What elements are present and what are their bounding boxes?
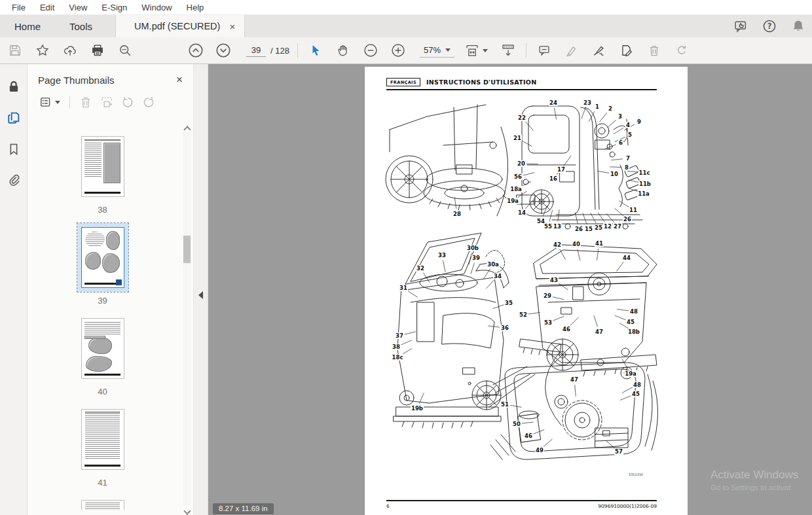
rotate-cw-icon[interactable] [142, 96, 155, 109]
tab-close-icon[interactable]: × [229, 21, 235, 32]
delete-button[interactable] [643, 40, 665, 61]
panel-scrollbar-thumb[interactable] [183, 236, 191, 263]
callout-label: 9 [637, 118, 642, 125]
bell-icon[interactable] [791, 19, 805, 33]
menu-item[interactable]: Edit [33, 3, 62, 12]
callout-label: 19b [411, 405, 424, 412]
callout-label: 11a [637, 190, 650, 197]
callout-label: 13 [553, 223, 562, 230]
next-page-button[interactable] [212, 40, 234, 61]
collapse-panel-icon[interactable] [198, 291, 203, 299]
callout-label: 49 [535, 447, 544, 453]
navigation-rail [0, 64, 28, 515]
tab-document-label: UM.pdf (SECURED) [134, 21, 220, 31]
thumbnail-frame [77, 405, 128, 474]
star-button[interactable] [31, 40, 54, 61]
fill-sign-button[interactable] [616, 40, 638, 61]
thumbnail[interactable]: 40 [77, 314, 128, 397]
thumbnail[interactable]: 41 [77, 405, 128, 488]
scroll-mode-button[interactable] [497, 40, 519, 61]
zoom-out-button[interactable] [360, 40, 382, 61]
menu-item[interactable]: E-Sign [94, 3, 134, 12]
callout-label: 8 [624, 164, 629, 171]
thumbnail-page[interactable] [81, 500, 124, 510]
menu-item[interactable]: Window [134, 3, 179, 12]
zoom-in-button[interactable] [387, 40, 409, 61]
tab-home[interactable]: Home [0, 15, 55, 37]
menu-item[interactable]: File [5, 3, 33, 12]
highlight-button[interactable] [561, 40, 583, 61]
lock-icon[interactable] [6, 79, 22, 94]
callout-label: 19a [506, 198, 519, 204]
panel-title: Page Thumbnails [38, 75, 114, 86]
thumbnail-page[interactable] [81, 136, 124, 197]
sign-button[interactable] [588, 40, 610, 61]
workspace: Page Thumbnails × [0, 64, 812, 515]
panel-divider [69, 96, 70, 109]
page-count-label: / 128 [270, 46, 289, 56]
thumbnail-page[interactable] [81, 227, 124, 288]
save-button[interactable] [4, 40, 26, 61]
comment-button[interactable] [533, 40, 555, 61]
callout-label: 46 [524, 433, 533, 439]
thumbnail[interactable]: 38 [77, 132, 128, 215]
thumbnail-page[interactable] [81, 318, 124, 379]
callout-label: 11c [638, 169, 651, 176]
menu-item[interactable]: View [62, 3, 94, 12]
thumbnail-page-number: 41 [98, 478, 107, 488]
callout-label: 1 [595, 103, 600, 110]
callout-label: 4 [625, 122, 631, 128]
toolbar-divider [297, 43, 298, 58]
tab-tools[interactable]: Tools [55, 15, 107, 37]
share-button[interactable] [59, 40, 81, 61]
callout-label: 47 [570, 376, 579, 383]
select-tool-button[interactable] [304, 40, 327, 61]
attachments-icon[interactable] [6, 173, 22, 188]
callout-label: 48 [633, 382, 642, 388]
callout-label: 45 [631, 391, 640, 397]
callout-label: 28 [452, 211, 462, 217]
callout-label: 43 [549, 277, 559, 283]
page-fit-button[interactable] [465, 43, 488, 58]
options-icon[interactable] [39, 96, 60, 109]
panel-scrollbar[interactable] [183, 132, 191, 505]
hand-tool-button[interactable] [332, 40, 354, 61]
panel-close-icon[interactable]: × [176, 73, 183, 86]
callout-label: 52 [519, 311, 528, 318]
callout-label: 57 [614, 448, 623, 455]
feedback-icon[interactable] [733, 19, 748, 33]
help-icon[interactable]: ? [762, 19, 777, 33]
print-button[interactable] [86, 40, 109, 61]
thumbnail[interactable]: 39 [77, 223, 128, 306]
callout-label: 44 [622, 255, 631, 261]
callout-label: 39 [471, 255, 481, 261]
zoom-level-select[interactable]: 57% [420, 43, 454, 58]
page-thumbnails-icon[interactable] [6, 110, 22, 126]
callout-label: 53 [544, 319, 553, 326]
thumbnail-page[interactable] [81, 409, 124, 470]
previous-page-button[interactable] [185, 40, 207, 61]
scroll-down-icon[interactable] [183, 507, 191, 514]
panel-toolbar [28, 92, 193, 115]
callout-label: 12 [603, 223, 612, 230]
svg-text:?: ? [767, 22, 772, 31]
callout-label: 32 [416, 265, 425, 272]
rotate-ccw-icon[interactable] [121, 96, 134, 109]
menu-item[interactable]: Help [179, 3, 212, 12]
callout-label: 5 [627, 132, 633, 138]
insert-pages-icon[interactable] [100, 96, 113, 109]
callout-label: 51 [500, 401, 509, 408]
thumbnail[interactable] [77, 496, 128, 514]
page-number-input[interactable] [246, 44, 266, 57]
callout-label: 30b [466, 245, 479, 251]
bookmarks-icon[interactable] [6, 141, 22, 157]
document-area[interactable]: FRANÇAIS INSTRUCTIONS D'UTILISATION [208, 64, 812, 515]
tab-document[interactable]: UM.pdf (SECURED) × [115, 15, 245, 37]
trash-icon[interactable] [79, 96, 92, 109]
thumbnail-frame [77, 496, 128, 514]
callout-label: 18a [509, 186, 523, 192]
callout-label: 50 [512, 421, 521, 427]
figure-code: S311310 [629, 472, 643, 476]
redo-button[interactable] [671, 40, 693, 61]
find-button[interactable] [114, 40, 136, 61]
